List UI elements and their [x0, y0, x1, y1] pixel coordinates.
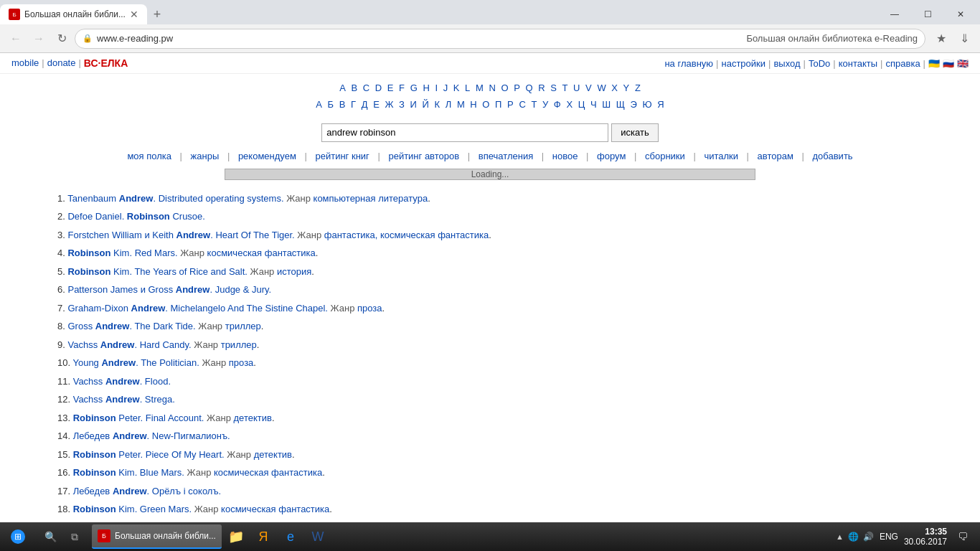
result-author-link[interactable]: Лебедев [73, 486, 113, 496]
alpha-latin-Z[interactable]: Z [635, 83, 641, 93]
alpha-latin-H[interactable]: H [423, 83, 429, 93]
result-author-link[interactable]: Defoe Daniel. [67, 211, 126, 222]
alpha-cyrillic-Э[interactable]: Э [631, 99, 637, 110]
result-bold-link[interactable]: Andrew [105, 376, 140, 387]
result-bold-link[interactable]: Andrew [176, 230, 211, 240]
alpha-cyrillic-В[interactable]: В [339, 99, 346, 110]
file-manager-taskbar[interactable]: 📁 [223, 524, 249, 549]
yandex-taskbar[interactable]: Я [250, 524, 276, 549]
search-taskbar-button[interactable]: 🔍 [39, 525, 62, 548]
alpha-latin-E[interactable]: E [387, 83, 394, 93]
result-author-link[interactable]: Лебедев [73, 430, 113, 441]
genre-link[interactable]: космическая фантастика [214, 467, 322, 478]
result-author-link[interactable]: Patterson James и Gross [67, 284, 175, 295]
alpha-latin-O[interactable]: O [501, 83, 508, 93]
result-title-link[interactable]: . Hard Candy. [134, 339, 191, 350]
genre-link[interactable]: детектив [254, 449, 292, 460]
en-flag[interactable]: 🇬🇧 [957, 58, 969, 69]
result-title-link[interactable]: . The Dark Tide. [129, 321, 195, 331]
result-bold-link[interactable]: Robinson [127, 211, 170, 222]
new-tab-button[interactable]: + [147, 4, 167, 24]
result-title-link[interactable]: . Орёлъ і соколъ. [147, 486, 222, 496]
browser-tab[interactable]: Б Большая онлайн библи... ✕ [0, 4, 147, 24]
result-author-link[interactable]: Vachss [73, 376, 105, 387]
genre-link[interactable]: триллер [221, 339, 257, 350]
alpha-cyrillic-Ж[interactable]: Ж [385, 99, 393, 110]
alpha-cyrillic-А[interactable]: А [316, 99, 322, 110]
result-bold-link[interactable]: Robinson [73, 413, 116, 423]
home-link[interactable]: на главную [664, 58, 713, 69]
alpha-cyrillic-К[interactable]: К [435, 99, 440, 110]
genre-link[interactable]: проза [357, 303, 382, 314]
navmenu-моя-полка[interactable]: моя полка [127, 151, 171, 161]
alpha-latin-K[interactable]: K [453, 83, 460, 93]
donate-link[interactable]: donate [47, 57, 76, 69]
alpha-latin-R[interactable]: R [538, 83, 545, 93]
alpha-latin-B[interactable]: B [351, 83, 357, 93]
result-title-link[interactable]: Peter. Piece Of My Heart. [116, 449, 225, 460]
ua-flag[interactable]: 🇺🇦 [928, 58, 940, 69]
alpha-cyrillic-М[interactable]: М [457, 99, 465, 110]
result-bold-link[interactable]: Robinson [67, 266, 110, 277]
taskbar-browser-item[interactable]: Б Большая онлайн библи... [92, 524, 222, 549]
alpha-cyrillic-З[interactable]: З [399, 99, 405, 110]
result-bold-link[interactable]: Andrew [105, 394, 140, 405]
genre-link[interactable]: детектив [234, 413, 272, 423]
result-title-link[interactable]: . Distributed operating systems. [153, 193, 283, 204]
result-author-link[interactable]: Tanenbaum [67, 193, 119, 204]
result-title-link[interactable]: . New-Пигмалионъ. [147, 430, 230, 441]
alpha-cyrillic-Т[interactable]: Т [531, 99, 537, 110]
alpha-cyrillic-Б[interactable]: Б [328, 99, 334, 110]
result-title-link[interactable]: . The Politician. [136, 357, 199, 368]
genre-link[interactable]: космическая фантастика [207, 248, 316, 258]
genre-link[interactable]: история [277, 266, 311, 277]
result-title-link[interactable]: . Michelangelo And The Sistine Chapel. [165, 303, 328, 314]
navmenu-форум[interactable]: форум [597, 151, 626, 161]
alpha-latin-F[interactable]: F [399, 83, 405, 93]
start-button[interactable]: ⊞ [0, 522, 36, 551]
alpha-cyrillic-Й[interactable]: Й [423, 99, 429, 110]
navmenu-читалки[interactable]: читалки [704, 151, 738, 161]
result-author-link[interactable]: Vachss [73, 394, 105, 405]
result-bold-link[interactable]: Andrew [113, 430, 147, 441]
search-button[interactable]: искать [611, 123, 658, 142]
ie-taskbar[interactable]: e [278, 524, 303, 549]
result-bold-link[interactable]: Andrew [95, 321, 130, 331]
alpha-cyrillic-С[interactable]: С [519, 99, 525, 110]
alpha-cyrillic-Ц[interactable]: Ц [578, 99, 585, 110]
genre-link[interactable]: фантастика, космическая фантастика [324, 230, 489, 240]
result-title-link[interactable]: Crusoe. [170, 211, 205, 222]
navmenu-рейтинг-книг[interactable]: рейтинг книг [315, 151, 369, 161]
alpha-latin-P[interactable]: P [514, 83, 520, 93]
result-title-link[interactable]: Peter. Final Account. [116, 413, 204, 423]
alpha-cyrillic-Р[interactable]: Р [507, 99, 514, 110]
todo-link[interactable]: ToDo [809, 58, 830, 69]
alpha-cyrillic-Л[interactable]: Л [446, 99, 452, 110]
result-bold-link[interactable]: Robinson [73, 449, 116, 460]
alpha-latin-M[interactable]: M [476, 83, 484, 93]
address-bar[interactable]: 🔒 www.e-reading.pw Большая онлайн библио… [75, 29, 925, 49]
alpha-latin-N[interactable]: N [489, 83, 495, 93]
alpha-latin-Y[interactable]: Y [623, 83, 630, 93]
alpha-cyrillic-Ф[interactable]: Ф [554, 99, 561, 110]
result-bold-link[interactable]: Andrew [119, 193, 154, 204]
alpha-cyrillic-Я[interactable]: Я [657, 99, 664, 110]
alpha-latin-S[interactable]: S [550, 83, 557, 93]
result-title-link[interactable]: . Judge & Jury. [209, 284, 271, 295]
result-title-link[interactable]: Kim. Red Mars. [110, 248, 177, 258]
result-bold-link[interactable]: Andrew [176, 284, 210, 295]
genre-link[interactable]: триллер [225, 321, 261, 331]
navmenu-рейтинг-авторов[interactable]: рейтинг авторов [388, 151, 459, 161]
result-author-link[interactable]: Young [72, 357, 101, 368]
notification-button[interactable]: 🗨 [953, 527, 973, 547]
close-button[interactable]: ✕ [944, 4, 977, 24]
result-author-link[interactable]: Forstchen William и Keith [67, 230, 176, 240]
result-author-link[interactable]: Gross [67, 321, 95, 331]
result-bold-link[interactable]: Andrew [113, 486, 147, 496]
refresh-button[interactable]: ↻ [52, 29, 72, 49]
result-title-link[interactable]: . Strega. [140, 394, 175, 405]
alpha-cyrillic-У[interactable]: У [542, 99, 548, 110]
forward-button[interactable]: → [29, 29, 49, 49]
alpha-cyrillic-Ю[interactable]: Ю [643, 99, 652, 110]
result-title-link[interactable]: Kim. The Years of Rice and Salt. [110, 266, 248, 277]
